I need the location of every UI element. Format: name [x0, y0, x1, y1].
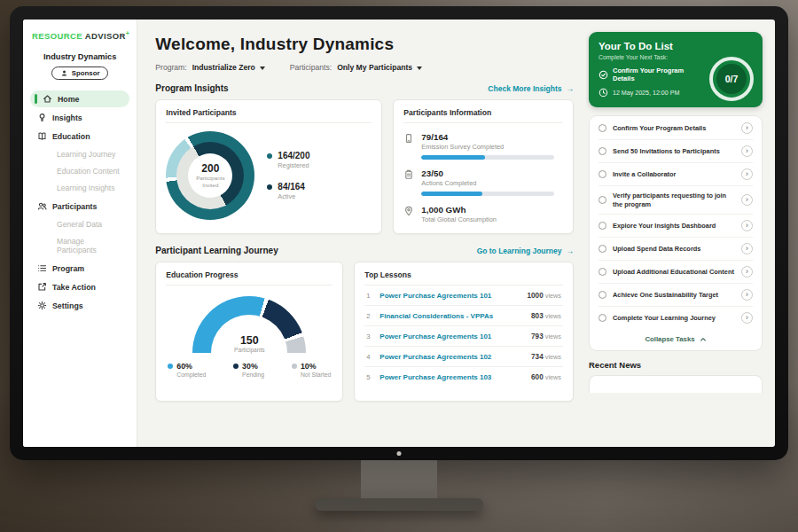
sidebar-item-education[interactable]: Education: [30, 128, 129, 145]
collapse-tasks-button[interactable]: Collapse Tasks: [598, 329, 753, 348]
sidebar-item-settings[interactable]: Settings: [30, 297, 129, 314]
participants-information-card: Participants Information 79/164 Emission…: [393, 99, 574, 234]
chevron-down-icon: [417, 66, 422, 70]
sidebar-item-label: Education: [52, 132, 90, 141]
gauge-center-value: 150: [192, 334, 306, 347]
sidebar-item-home[interactable]: Home: [30, 90, 129, 107]
card-title: Top Lessons: [364, 270, 563, 286]
lesson-link[interactable]: Financial Considerations - VPPAs: [379, 312, 525, 320]
task-chevron-icon[interactable]: ›: [741, 194, 753, 206]
task-checkbox[interactable]: [598, 222, 606, 230]
task-item[interactable]: Upload Spend Data Records ›: [598, 238, 753, 261]
lesson-link[interactable]: Power Purchase Agreements 102: [379, 353, 525, 361]
lesson-row: 4 Power Purchase Agreements 102 734 view…: [364, 347, 563, 367]
task-checkbox[interactable]: [598, 147, 606, 155]
todo-tasks-card: Confirm Your Program Details › Send 50 I…: [589, 115, 763, 351]
donut-center-value: 200: [201, 162, 219, 175]
task-chevron-icon[interactable]: ›: [741, 220, 753, 231]
lesson-link[interactable]: Power Purchase Agreements 101: [379, 292, 520, 300]
sidebar-item-label: Take Action: [52, 283, 96, 292]
sidebar-item-insights[interactable]: Insights: [30, 109, 129, 126]
sidebar-item-label: Participants: [52, 202, 97, 211]
lesson-row: 1 Power Purchase Agreements 101 1000 vie…: [364, 286, 563, 306]
task-item[interactable]: Explore Your Insights Dashboard ›: [598, 215, 753, 238]
program-filter-label: Program:: [155, 63, 186, 72]
lesson-views-unit: views: [544, 292, 561, 300]
task-item[interactable]: Confirm Your Program Details ›: [598, 117, 753, 140]
task-item[interactable]: Send 50 Invitations to Participants ›: [598, 140, 753, 163]
sidebar-item-general-data[interactable]: General Data: [30, 216, 129, 232]
top-lessons-card: Top Lessons 1 Power Purchase Agreements …: [354, 262, 574, 402]
lesson-link[interactable]: Power Purchase Agreements 103: [379, 373, 525, 381]
sponsor-badge-label: Sponsor: [72, 69, 100, 77]
gauge-legend: 60% Completed 30% Pending 10% Not Starte…: [166, 362, 332, 378]
info-row-emission: 79/164 Emission Survey Completed: [403, 132, 563, 160]
person-icon: [60, 69, 68, 77]
info-label: Actions Completed: [421, 179, 554, 187]
task-item[interactable]: Invite a Collaborator ›: [598, 163, 753, 186]
monitor-stand-neck: [361, 454, 437, 502]
sidebar-item-manage-participants[interactable]: Manage Participants: [30, 233, 129, 258]
task-checkbox[interactable]: [598, 170, 606, 178]
sidebar-item-program[interactable]: Program: [30, 260, 129, 277]
sidebar-item-education-content[interactable]: Education Content: [30, 163, 129, 179]
task-chevron-icon[interactable]: ›: [741, 289, 753, 301]
monitor-stand-base: [315, 498, 483, 511]
task-checkbox[interactable]: [598, 245, 606, 253]
lesson-views-unit: views: [544, 312, 561, 320]
task-checkbox[interactable]: [598, 314, 606, 322]
task-label: Invite a Collaborator: [613, 170, 735, 179]
legend-item-pending: 30% Pending: [233, 362, 264, 378]
task-checkbox[interactable]: [598, 196, 606, 204]
actions-progress-bar: [421, 192, 554, 196]
participants-select[interactable]: Only My Participants: [337, 63, 422, 72]
task-item[interactable]: Achieve One Sustainability Target ›: [598, 284, 753, 307]
recent-news-title: Recent News: [589, 360, 763, 370]
lesson-rank: 4: [366, 353, 373, 361]
home-icon: [43, 94, 52, 104]
recent-news-card: [589, 375, 763, 393]
lesson-row: 3 Power Purchase Agreements 101 793 view…: [364, 326, 563, 347]
legend-dot-gray: [292, 364, 297, 369]
task-checkbox[interactable]: [598, 268, 606, 276]
task-checkbox[interactable]: [598, 124, 606, 132]
donut-center-label: Participants Invited: [193, 175, 227, 189]
education-gauge-chart: 150 Participants: [192, 296, 306, 353]
task-item[interactable]: Upload Additional Educational Content ›: [598, 261, 753, 284]
logo-resource: RESOURCE: [32, 31, 82, 41]
task-chevron-icon[interactable]: ›: [741, 168, 753, 180]
sidebar-item-participants[interactable]: Participants: [30, 198, 129, 215]
task-item[interactable]: Verify participants requesting to join t…: [598, 186, 753, 215]
sidebar-item-learning-insights[interactable]: Learning Insights: [30, 180, 129, 196]
program-select[interactable]: Industrialize Zero: [192, 63, 265, 72]
task-checkbox[interactable]: [598, 291, 606, 299]
app-window: RESOURCE ADVISOR+ Industry Dynamics Spon…: [23, 20, 775, 447]
task-item[interactable]: Complete Your Learning Journey ›: [598, 307, 753, 329]
sidebar-item-learning-journey[interactable]: Learning Journey: [30, 146, 129, 162]
legend-label: Registered: [278, 161, 309, 169]
task-chevron-icon[interactable]: ›: [741, 243, 753, 254]
main-content: Welcome, Industry Dynamics Program: Indu…: [137, 20, 586, 447]
go-to-learning-journey-link[interactable]: Go to Learning Journey →: [477, 246, 574, 255]
task-chevron-icon[interactable]: ›: [741, 145, 753, 157]
lesson-views-unit: views: [544, 373, 561, 381]
legend-value: 10%: [301, 362, 317, 371]
lesson-rank: 3: [366, 332, 373, 340]
arrow-right-icon: →: [567, 246, 575, 255]
card-title: Participants Information: [403, 108, 563, 123]
task-chevron-icon[interactable]: ›: [741, 122, 753, 134]
task-chevron-icon[interactable]: ›: [741, 266, 753, 278]
learning-journey-title: Participant Learning Journey: [155, 246, 278, 255]
card-title: Invited Participants: [166, 108, 372, 123]
todo-progress-ring: 0/7: [709, 57, 754, 101]
action-arrow-icon: [37, 282, 47, 292]
task-chevron-icon[interactable]: ›: [741, 312, 753, 324]
lesson-rank: 1: [366, 292, 373, 300]
check-more-insights-link[interactable]: Check More Insights →: [488, 84, 574, 93]
collapse-label: Collapse Tasks: [645, 335, 694, 343]
sidebar-item-take-action[interactable]: Take Action: [30, 278, 129, 295]
legend-item-registered: 164/200 Registered: [267, 151, 309, 169]
logo-plus: +: [126, 30, 130, 36]
filters-bar: Program: Industrialize Zero Participants…: [155, 63, 574, 72]
lesson-link[interactable]: Power Purchase Agreements 101: [379, 332, 525, 340]
